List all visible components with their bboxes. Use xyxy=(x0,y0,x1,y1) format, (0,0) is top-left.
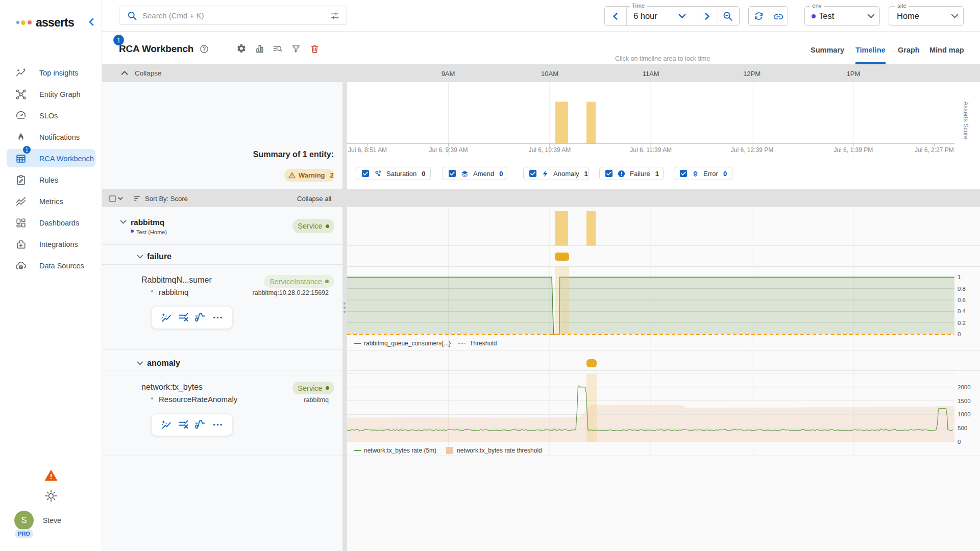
svg-text:1000: 1000 xyxy=(958,411,971,417)
svg-text:0: 0 xyxy=(958,439,961,445)
svg-text:Jul 6, 10:39 AM: Jul 6, 10:39 AM xyxy=(529,146,571,154)
svg-text:500: 500 xyxy=(958,425,967,431)
svg-text:Asserts Score: Asserts Score xyxy=(962,102,969,140)
svg-text:Jul 6, 9:39 AM: Jul 6, 9:39 AM xyxy=(429,146,468,154)
svg-text:Jul 6, 12:39 PM: Jul 6, 12:39 PM xyxy=(731,146,773,154)
svg-text:1: 1 xyxy=(958,274,961,280)
svg-text:0.6: 0.6 xyxy=(958,297,966,303)
svg-text:1500: 1500 xyxy=(958,398,971,404)
svg-text:rabbitmq_queue_consumers{...}: rabbitmq_queue_consumers{...} xyxy=(364,340,451,347)
svg-text:Jul 6, 2:27 PM: Jul 6, 2:27 PM xyxy=(915,146,954,154)
svg-text:Jul 6, 8:51 AM: Jul 6, 8:51 AM xyxy=(348,146,387,154)
svg-text:0.8: 0.8 xyxy=(958,286,966,292)
svg-text:network:tx_bytes rate threshol: network:tx_bytes rate threshold xyxy=(457,447,542,454)
svg-text:2000: 2000 xyxy=(958,384,971,390)
svg-text:network:tx_bytes rate (5m): network:tx_bytes rate (5m) xyxy=(364,447,436,454)
svg-text:Jul 6, 11:39 AM: Jul 6, 11:39 AM xyxy=(630,146,672,154)
svg-text:0: 0 xyxy=(958,331,961,337)
svg-text:Jul 6, 1:39 PM: Jul 6, 1:39 PM xyxy=(834,146,873,154)
svg-text:0.2: 0.2 xyxy=(958,320,966,326)
svg-text:0.4: 0.4 xyxy=(958,308,966,314)
svg-text:Threshold: Threshold xyxy=(470,340,497,347)
